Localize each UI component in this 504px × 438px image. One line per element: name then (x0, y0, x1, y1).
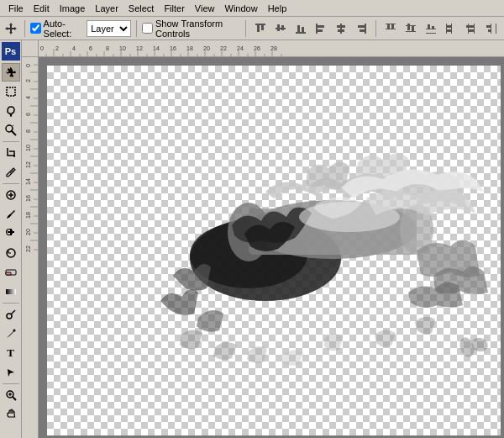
marquee-tool[interactable] (2, 82, 20, 101)
svg-text:10: 10 (119, 45, 126, 51)
align-top-btn[interactable] (251, 19, 270, 38)
layer-select[interactable]: Layer Group (87, 20, 131, 37)
svg-rect-14 (338, 29, 344, 32)
svg-rect-39 (496, 24, 496, 34)
svg-text:2: 2 (25, 79, 31, 82)
svg-text:10: 10 (25, 145, 31, 151)
svg-text:18: 18 (25, 212, 31, 219)
menu-window[interactable]: Window (220, 2, 263, 15)
menu-layer[interactable]: Layer (90, 2, 123, 15)
menu-select[interactable]: Select (123, 2, 160, 15)
dist-right-btn[interactable] (482, 19, 501, 38)
svg-line-46 (13, 125, 13, 126)
svg-rect-33 (447, 29, 451, 32)
svg-text:14: 14 (153, 45, 160, 51)
move-tool-btn[interactable] (3, 19, 19, 38)
menu-help[interactable]: Help (263, 2, 292, 15)
svg-rect-30 (446, 24, 447, 34)
auto-select-checkbox[interactable] (30, 23, 41, 34)
svg-rect-7 (297, 25, 300, 32)
svg-rect-34 (468, 24, 469, 34)
svg-text:6: 6 (25, 113, 31, 116)
dodge-tool[interactable] (2, 305, 20, 324)
dist-hcenter-btn[interactable] (462, 19, 480, 38)
path-select-tool[interactable] (2, 363, 20, 382)
move-tool[interactable] (2, 63, 20, 82)
svg-text:22: 22 (25, 245, 31, 252)
clone-tool[interactable] (2, 224, 20, 243)
type-tool[interactable]: T (2, 344, 20, 362)
align-group (251, 19, 370, 38)
svg-rect-13 (337, 25, 345, 28)
heal-tool[interactable] (2, 186, 20, 204)
align-left-btn[interactable] (312, 19, 330, 38)
svg-rect-25 (412, 26, 414, 31)
align-vcenter-btn[interactable] (271, 19, 290, 38)
svg-text:26: 26 (254, 45, 260, 51)
show-transform-group: Show Transform Controls (142, 18, 240, 39)
brush-tool[interactable] (2, 205, 20, 224)
svg-rect-37 (469, 29, 474, 32)
gradient-tool[interactable] (2, 282, 20, 301)
svg-rect-6 (296, 32, 306, 34)
canvas-area[interactable]: 0 2 4 6 8 10 12 14 16 18 20 (22, 40, 504, 438)
svg-rect-32 (447, 25, 451, 28)
dist-left-btn[interactable] (442, 19, 460, 38)
menu-filter[interactable]: Filter (159, 2, 189, 15)
svg-line-57 (11, 310, 15, 314)
lasso-tool[interactable] (2, 102, 20, 120)
zoom-tool[interactable] (2, 386, 20, 404)
align-bottom-btn[interactable] (291, 19, 310, 38)
sep3 (245, 20, 246, 37)
svg-rect-38 (491, 24, 491, 34)
svg-rect-17 (360, 29, 365, 32)
dist-bottom-btn[interactable] (422, 19, 440, 38)
menu-edit[interactable]: Edit (29, 2, 55, 15)
svg-rect-41 (488, 29, 491, 32)
eyedropper-tool[interactable] (2, 163, 20, 182)
dist-top-btn[interactable] (381, 19, 400, 38)
ruler-top: 0 2 4 6 8 10 12 14 16 18 20 (39, 40, 504, 57)
hand-tool[interactable] (2, 405, 20, 424)
svg-rect-24 (407, 24, 410, 30)
ruler-left: 0 2 4 6 8 10 12 14 16 18 20 (22, 57, 39, 438)
svg-text:20: 20 (25, 229, 31, 235)
show-transform-checkbox[interactable] (142, 23, 153, 34)
svg-text:0: 0 (25, 64, 31, 67)
menu-file[interactable]: File (3, 2, 29, 15)
menu-image[interactable]: Image (55, 2, 91, 15)
dist-vcenter-btn[interactable] (402, 19, 420, 38)
sep2 (136, 20, 137, 37)
svg-text:12: 12 (25, 161, 31, 168)
svg-rect-18 (386, 24, 396, 24)
svg-rect-54 (6, 272, 11, 275)
align-hcenter-btn[interactable] (332, 19, 350, 38)
svg-rect-12 (340, 24, 342, 34)
pen-tool[interactable] (2, 325, 20, 343)
svg-rect-21 (391, 24, 394, 29)
svg-rect-4 (277, 24, 280, 31)
svg-rect-20 (387, 24, 390, 29)
svg-point-56 (7, 314, 12, 319)
svg-rect-35 (474, 24, 475, 34)
svg-rect-10 (318, 25, 324, 28)
svg-rect-40 (486, 25, 491, 28)
svg-rect-0 (255, 24, 265, 25)
align-right-btn[interactable] (352, 19, 370, 38)
svg-rect-11 (318, 29, 323, 32)
svg-rect-42 (7, 87, 15, 96)
eraser-tool[interactable] (2, 263, 20, 282)
magic-wand-tool[interactable] (2, 121, 20, 140)
svg-line-60 (13, 397, 16, 400)
history-tool[interactable] (2, 244, 20, 262)
svg-rect-27 (426, 33, 436, 34)
svg-rect-15 (365, 24, 366, 34)
menu-view[interactable]: View (190, 2, 220, 15)
crop-tool[interactable] (2, 144, 20, 162)
svg-text:28: 28 (270, 45, 277, 51)
main-area: Ps (0, 40, 504, 438)
svg-rect-16 (358, 25, 365, 28)
toolbox: Ps (0, 40, 22, 438)
svg-text:20: 20 (203, 45, 210, 51)
svg-text:18: 18 (186, 45, 193, 51)
